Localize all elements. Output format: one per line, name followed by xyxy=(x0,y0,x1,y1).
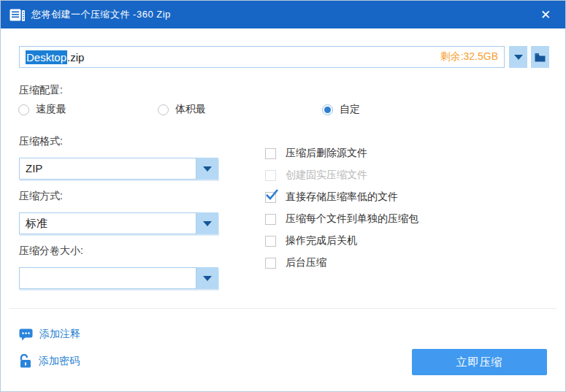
compress-now-button[interactable]: 立即压缩 xyxy=(412,349,547,375)
checkbox-icon xyxy=(265,148,276,159)
radio-custom[interactable]: 自定 xyxy=(322,103,360,116)
checkbox-delete-source[interactable]: 压缩后删除源文件 xyxy=(265,146,367,161)
add-password-link[interactable]: 添加密码 xyxy=(19,354,80,368)
volume-size-label: 压缩分卷大小: xyxy=(19,245,83,258)
volume-size-value-field[interactable] xyxy=(19,267,196,289)
filename-extension: .zip xyxy=(67,51,84,64)
chevron-down-icon xyxy=(203,221,212,226)
add-comment-label: 添加注释 xyxy=(39,328,80,341)
method-value-field[interactable]: 标准 xyxy=(19,212,196,234)
create-archive-dialog: 您将创建一个压缩文件 -360 Zip ✕ Desktop.zip 剩余:32.… xyxy=(0,0,566,392)
method-dropdown-button[interactable] xyxy=(196,212,218,234)
footer-divider xyxy=(9,308,557,309)
checkbox-icon xyxy=(265,214,276,225)
config-radio-group: 速度最 体积最 自定 xyxy=(1,103,566,119)
checkbox-icon xyxy=(265,170,276,181)
chevron-down-icon xyxy=(203,166,212,172)
checkbox-separate-archives[interactable]: 压缩每个文件到单独的压缩包 xyxy=(265,212,418,226)
checkbox-shutdown-after[interactable]: 操作完成后关机 xyxy=(265,234,357,248)
format-dropdown-button[interactable] xyxy=(196,158,218,180)
title-bar: 您将创建一个压缩文件 -360 Zip xyxy=(1,1,565,28)
radio-circle-icon xyxy=(158,104,169,115)
radio-fastest-speed[interactable]: 速度最 xyxy=(18,103,66,116)
close-button[interactable]: ✕ xyxy=(536,7,555,24)
free-space-label: 剩余:32.5GB xyxy=(440,50,498,64)
chevron-down-icon xyxy=(514,55,523,60)
app-zip-book-icon xyxy=(9,8,26,22)
check-mark-icon xyxy=(265,188,279,201)
comment-bubble-icon xyxy=(19,328,33,341)
radio-circle-icon xyxy=(18,104,29,115)
radio-label: 体积最 xyxy=(175,103,206,116)
checkbox-icon xyxy=(265,258,276,269)
add-comment-link[interactable]: 添加注释 xyxy=(19,328,80,341)
browse-folder-button[interactable] xyxy=(531,46,549,68)
checkbox-background-compress[interactable]: 后台压缩 xyxy=(265,255,326,270)
checkbox-store-low-ratio[interactable]: 直接存储压缩率低的文件 xyxy=(265,190,398,204)
filename-selected-text: Desktop xyxy=(26,50,67,64)
radio-smallest-size[interactable]: 体积最 xyxy=(158,103,206,116)
open-lock-icon xyxy=(19,354,32,368)
format-label: 压缩格式: xyxy=(19,135,63,148)
add-password-label: 添加密码 xyxy=(39,355,80,368)
filename-dropdown-button[interactable] xyxy=(509,46,527,68)
checkbox-icon xyxy=(265,236,276,247)
radio-circle-icon xyxy=(322,104,333,115)
method-combo: 标准 xyxy=(19,212,218,234)
archive-filename-input[interactable]: Desktop.zip 剩余:32.5GB xyxy=(19,46,505,68)
method-label: 压缩方式: xyxy=(19,190,63,203)
config-section-label: 压缩配置: xyxy=(19,84,63,97)
volume-size-dropdown-button[interactable] xyxy=(196,267,218,289)
volume-size-combo xyxy=(19,267,218,289)
checkbox-icon xyxy=(265,192,276,203)
format-combo: ZIP xyxy=(19,158,218,180)
folder-icon xyxy=(535,53,546,62)
checkbox-solid-archive: 创建固实压缩文件 xyxy=(265,168,367,182)
radio-label: 自定 xyxy=(340,103,360,116)
chevron-down-icon xyxy=(203,276,212,281)
window-title: 您将创建一个压缩文件 -360 Zip xyxy=(31,8,171,21)
format-value-field[interactable]: ZIP xyxy=(19,158,196,180)
radio-label: 速度最 xyxy=(36,103,66,116)
